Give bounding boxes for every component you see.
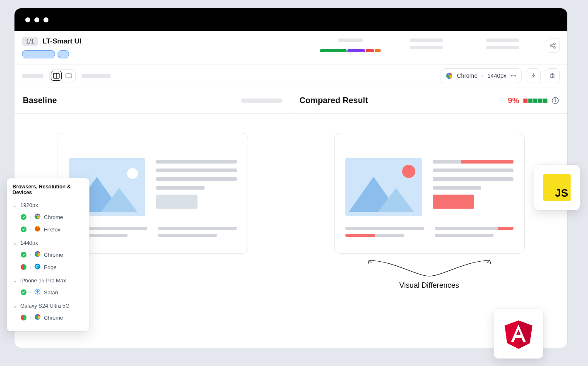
single-view-icon <box>65 73 72 78</box>
browser-name: Chrome <box>44 315 63 321</box>
sun-icon <box>127 168 138 179</box>
skeleton-line <box>22 74 43 78</box>
window-dot-max[interactable] <box>43 17 48 22</box>
compared-title: Compared Result <box>299 96 368 105</box>
download-button[interactable] <box>526 68 541 83</box>
browser-group-header[interactable]: ⌄Galaxy S24 Ultra 5G <box>11 300 85 311</box>
separator-dot-icon <box>30 317 31 318</box>
svg-line-19 <box>554 77 554 77</box>
compared-card <box>334 133 525 254</box>
chrome-icon <box>446 72 453 79</box>
js-badge: JS <box>534 165 580 210</box>
skeleton-line <box>156 169 237 172</box>
separator-dot-icon <box>30 229 31 230</box>
browser-group: ⌄iPhone 15 Pro MaxSafari <box>11 275 85 299</box>
layout-split-option[interactable] <box>51 71 62 81</box>
status-ok-icon <box>21 289 27 295</box>
pane-header-baseline: Baseline <box>14 87 291 114</box>
browser-item[interactable]: Chrome <box>11 211 85 223</box>
skeleton-line <box>158 234 217 237</box>
group-label: 1440px <box>20 240 38 246</box>
status-bar <box>320 49 381 52</box>
svg-line-17 <box>554 75 554 75</box>
safari-icon <box>34 289 41 296</box>
status-ok-icon <box>21 226 27 232</box>
chevron-down-icon: ⌄ <box>12 240 17 246</box>
status-segment <box>320 49 347 52</box>
status-ok-icon <box>21 214 27 220</box>
edge-icon <box>34 263 41 271</box>
stat-col-3 <box>470 39 536 49</box>
layout-toggle[interactable] <box>49 69 76 82</box>
diff-segment <box>538 99 542 103</box>
browser-group-header[interactable]: ⌄1440px <box>11 237 85 248</box>
diff-line <box>345 234 405 237</box>
angular-badge <box>494 309 543 359</box>
skeleton-line <box>433 169 513 172</box>
browser-name: Chrome <box>44 252 63 258</box>
diff-segment <box>533 99 537 103</box>
group-label: Galaxy S24 Ultra 5G <box>20 303 70 309</box>
browser-group-header[interactable]: ⌄iPhone 15 Pro Max <box>11 275 85 286</box>
chevron-down-icon: ⌄ <box>12 202 17 208</box>
bug-button[interactable] <box>545 68 560 83</box>
browser-item[interactable]: Chrome <box>11 248 85 261</box>
status-segment <box>347 49 365 52</box>
info-icon[interactable] <box>552 97 559 104</box>
mountain-icon <box>378 188 414 212</box>
separator-dot-icon <box>30 267 31 268</box>
project-title: LT-Smart UI <box>42 37 81 46</box>
compare-area: Baseline <box>14 87 567 348</box>
svg-point-2 <box>554 47 555 48</box>
compared-thumbnail <box>345 158 422 216</box>
resolution-label: 1440px <box>487 72 506 79</box>
diff-line <box>433 160 513 164</box>
separator-dot-icon <box>30 254 31 255</box>
stat-col-2 <box>393 39 460 49</box>
browser-item[interactable]: Firefox <box>11 223 85 236</box>
download-icon <box>530 72 537 79</box>
bug-icon <box>549 72 556 79</box>
browser-name: Edge <box>44 264 56 270</box>
svg-point-22 <box>555 99 556 99</box>
skeleton-line <box>156 186 205 190</box>
browser-item[interactable]: Edge <box>11 261 85 273</box>
filter-chips <box>22 50 82 58</box>
window-titlebar <box>14 8 567 31</box>
svg-line-18 <box>550 77 551 77</box>
skeleton-line <box>82 74 111 78</box>
svg-line-4 <box>552 46 554 47</box>
filter-chip[interactable] <box>22 50 55 58</box>
browser-group: ⌄Galaxy S24 Ultra 5GChrome <box>11 300 85 324</box>
baseline-title: Baseline <box>23 96 57 105</box>
browser-group-header[interactable]: ⌄1920px <box>11 200 85 211</box>
status-split-icon <box>21 315 27 320</box>
browser-selector[interactable]: Chrome 1440px <box>441 68 522 83</box>
filter-chip[interactable] <box>58 50 69 58</box>
window-dot-min[interactable] <box>34 17 39 22</box>
status-segment <box>375 49 381 52</box>
header: 1/1 LT-Smart UI <box>14 31 567 64</box>
layout-single-option[interactable] <box>63 71 74 81</box>
browsers-panel: Browsers, Resolution & Devices ⌄1920pxCh… <box>7 178 89 331</box>
skeleton-line <box>241 99 282 103</box>
browser-item[interactable]: Safari <box>11 286 85 299</box>
diff-block <box>433 195 474 209</box>
browser-name: Safari <box>44 289 58 296</box>
browser-group: ⌄1920pxChromeFirefox <box>11 200 85 236</box>
visual-diff-label: Visual Differences <box>399 281 459 290</box>
window-dot-close[interactable] <box>25 17 30 22</box>
skeleton-line <box>486 39 519 42</box>
pane-header-compared: Compared Result 9% <box>291 87 567 114</box>
js-logo-icon: JS <box>543 174 571 201</box>
skeleton-line <box>410 39 443 42</box>
share-button[interactable] <box>546 39 560 53</box>
chevron-down-icon: ⌄ <box>12 277 17 284</box>
svg-point-1 <box>550 45 552 46</box>
skeleton-block <box>156 195 198 209</box>
skeleton-line <box>156 160 237 164</box>
browser-name: Chrome <box>44 214 63 220</box>
browser-name: Chrome <box>457 72 477 79</box>
browser-item[interactable]: Chrome <box>11 311 85 324</box>
diff-segment <box>528 99 533 103</box>
